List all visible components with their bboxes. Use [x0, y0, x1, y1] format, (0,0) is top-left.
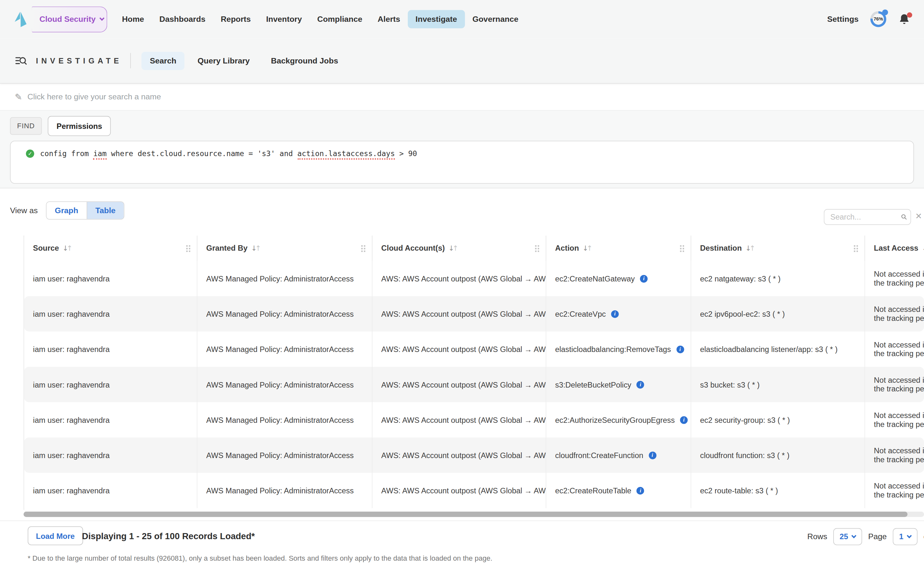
find-label: FIND: [10, 117, 42, 135]
cell-text: Not accessed in the tracking period: [874, 376, 924, 393]
query-valid-icon: ✓: [26, 150, 34, 158]
nav-item-governance[interactable]: Governance: [465, 10, 526, 28]
tab-background-jobs[interactable]: Background Jobs: [263, 52, 347, 70]
sort-icon[interactable]: ↓↑: [63, 244, 71, 252]
info-icon[interactable]: i: [636, 380, 644, 388]
cell-text: iam user: raghavendra: [33, 380, 110, 389]
usage-ring[interactable]: 76%: [871, 11, 887, 27]
tab-permissions[interactable]: Permissions: [48, 116, 111, 136]
nav-item-reports[interactable]: Reports: [213, 10, 258, 28]
nav-item-dashboards[interactable]: Dashboards: [152, 10, 213, 28]
sort-icon[interactable]: ↓↑: [448, 244, 457, 252]
nav-item-compliance[interactable]: Compliance: [310, 10, 370, 28]
sort-icon[interactable]: ↓↑: [583, 244, 591, 252]
primary-nav: HomeDashboardsReportsInventoryCompliance…: [114, 10, 526, 28]
view-option-table[interactable]: Table: [87, 202, 124, 219]
table-row[interactable]: iam user: raghavendraAWS Managed Policy:…: [24, 332, 924, 367]
page-label: Page: [868, 532, 887, 541]
product-switcher[interactable]: Cloud Security: [32, 6, 107, 32]
records-summary: Displaying 1 - 25 of 100 Records Loaded*: [82, 531, 255, 541]
horizontal-scrollbar[interactable]: [23, 512, 924, 517]
drag-handle-icon[interactable]: [535, 244, 540, 252]
cell-text: ec2 route-table: s3 ( * ): [700, 486, 778, 495]
info-icon[interactable]: i: [676, 345, 684, 353]
info-icon[interactable]: i: [648, 451, 656, 459]
nav-item-alerts[interactable]: Alerts: [370, 10, 408, 28]
results-table: Source↓↑Granted By↓↑Cloud Account(s)↓↑Ac…: [23, 235, 924, 510]
sort-icon[interactable]: ↓↑: [745, 244, 754, 252]
cell-text: Not accessed in the tracking period: [874, 305, 924, 322]
nav-item-investigate[interactable]: Investigate: [408, 10, 465, 28]
table-body: iam user: raghavendraAWS Managed Policy:…: [24, 261, 924, 508]
column-header-cloud-accounts[interactable]: Cloud Account(s)↓↑: [373, 235, 546, 261]
nav-item-inventory[interactable]: Inventory: [258, 10, 310, 28]
column-header-last-access[interactable]: Last Access↓↑: [865, 235, 924, 261]
table-row[interactable]: iam user: raghavendraAWS Managed Policy:…: [24, 402, 924, 437]
cell-source: iam user: raghavendra: [24, 473, 197, 508]
column-header-source[interactable]: Source↓↑: [24, 235, 197, 261]
table-row[interactable]: iam user: raghavendraAWS Managed Policy:…: [24, 367, 924, 402]
sort-icon[interactable]: ↓↑: [251, 244, 260, 252]
table-row[interactable]: iam user: raghavendraAWS Managed Policy:…: [24, 473, 924, 508]
cell-text: cloudfront:CreateFunction: [555, 451, 643, 460]
query-token-flagged: action.lastaccess.days: [297, 149, 395, 160]
column-label: Source: [33, 243, 59, 253]
info-icon[interactable]: i: [636, 487, 644, 494]
cell-cloud-accounts: AWS: AWS Account outpost (AWS Global → A…: [373, 332, 546, 367]
tab-query-library[interactable]: Query Library: [189, 52, 258, 70]
table-row[interactable]: iam user: raghavendraAWS Managed Policy:…: [24, 438, 924, 473]
search-name-field[interactable]: Click here to give your search a name: [27, 92, 161, 101]
sort-icon[interactable]: ↓↑: [922, 244, 924, 252]
rows-per-page-select[interactable]: 25: [833, 528, 863, 545]
query-token-flagged: iam: [94, 149, 107, 160]
drag-handle-icon[interactable]: [360, 244, 365, 252]
column-header-granted-by[interactable]: Granted By↓↑: [197, 235, 373, 261]
tab-search[interactable]: Search: [142, 52, 184, 70]
cell-text: AWS Managed Policy: AdministratorAccess: [206, 274, 354, 283]
subnav-tabs: SearchQuery LibraryBackground Jobs: [142, 52, 351, 70]
view-as-row: View as GraphTable: [10, 201, 124, 219]
cell-last-access: Not accessed in the tracking period: [865, 473, 924, 508]
cell-text: Not accessed in the tracking period: [874, 411, 924, 429]
column-label: Last Access: [874, 243, 919, 253]
query-box[interactable]: ✓ config from iam where dest.cloud.resou…: [10, 141, 914, 184]
info-icon[interactable]: i: [611, 310, 619, 318]
cell-last-access: Not accessed in the tracking period: [865, 438, 924, 473]
column-header-action[interactable]: Action↓↑: [546, 235, 691, 261]
cell-text: iam user: raghavendra: [33, 486, 110, 495]
info-icon[interactable]: i: [640, 275, 648, 282]
cell-text: AWS: AWS Account outpost (AWS Global → A…: [381, 416, 546, 424]
clear-search-icon[interactable]: ✕: [915, 211, 922, 221]
notifications-button[interactable]: [898, 12, 911, 26]
table-row[interactable]: iam user: raghavendraAWS Managed Policy:…: [24, 296, 924, 332]
cell-text: cloudfront function: s3 ( * ): [700, 451, 790, 460]
cell-destination: s3 bucket: s3 ( * ): [691, 367, 865, 402]
nav-item-home[interactable]: Home: [114, 10, 152, 28]
query-input[interactable]: config from iam where dest.cloud.resourc…: [40, 149, 417, 158]
load-more-button[interactable]: Load More: [27, 526, 83, 545]
cell-text: AWS: AWS Account outpost (AWS Global → A…: [381, 274, 546, 283]
info-icon[interactable]: i: [680, 416, 688, 424]
drag-handle-icon[interactable]: [680, 244, 684, 252]
drag-handle-icon[interactable]: [853, 244, 858, 252]
page-select[interactable]: 1: [893, 528, 918, 545]
settings-button[interactable]: Settings: [827, 15, 859, 24]
cell-last-access: Not accessed in the tracking period: [865, 296, 924, 332]
column-header-destination[interactable]: Destination↓↑: [691, 235, 865, 261]
results-search-input[interactable]: [830, 213, 901, 221]
results-area: View as GraphTable ✕ Source↓↑Granted By↓…: [0, 189, 924, 577]
usage-percent: 76%: [873, 13, 884, 25]
cell-source: iam user: raghavendra: [24, 367, 197, 402]
logo-icon[interactable]: [13, 10, 28, 28]
table-row[interactable]: iam user: raghavendraAWS Managed Policy:…: [24, 261, 924, 296]
investigate-header: INVESTIGATE SearchQuery LibraryBackgroun…: [0, 38, 924, 83]
drag-handle-icon[interactable]: [186, 244, 191, 252]
usage-dot: [882, 9, 888, 15]
cell-cloud-accounts: AWS: AWS Account outpost (AWS Global → A…: [373, 473, 546, 508]
view-option-graph[interactable]: Graph: [47, 202, 86, 219]
rows-per-page-value: 25: [840, 532, 848, 541]
column-label: Granted By: [206, 243, 248, 253]
scrollbar-thumb[interactable]: [23, 512, 907, 517]
cell-destination: ec2 ipv6pool-ec2: s3 ( * ): [691, 296, 865, 332]
cell-action: cloudfront:CreateFunctioni: [546, 438, 691, 473]
